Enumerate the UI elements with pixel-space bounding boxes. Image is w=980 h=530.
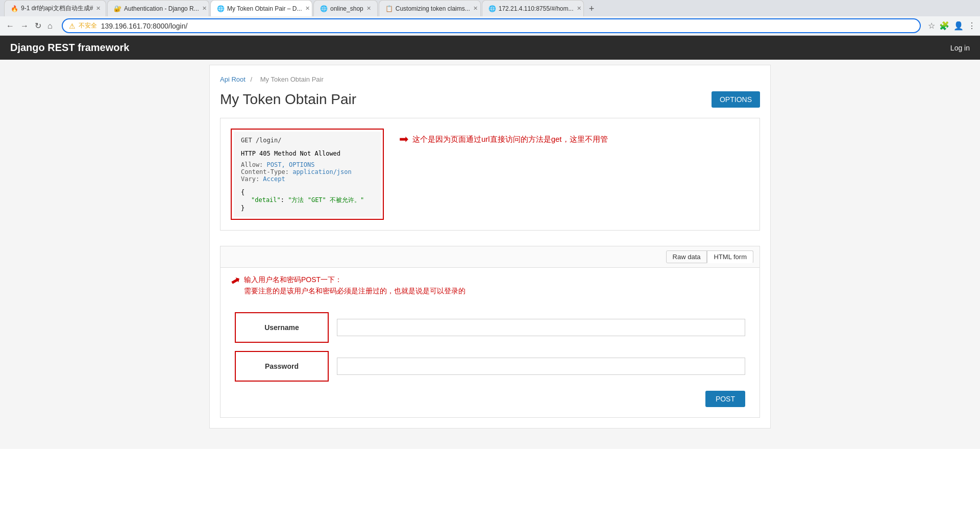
back-button[interactable]: ←: [4, 20, 16, 32]
code-allow-label: Allow:: [241, 161, 267, 168]
form-section: Raw data HTML form ➡ 输入用户名和密码POST一下： 需要注…: [220, 246, 760, 418]
code-vary-label: Vary:: [241, 175, 263, 183]
tab-close-1[interactable]: ✕: [96, 5, 101, 12]
form-table: Username Password: [231, 308, 749, 386]
annotation-arrow-icon-1: ➡: [399, 133, 408, 146]
code-json-close: }: [241, 205, 374, 212]
code-vary-value: Accept: [263, 175, 285, 183]
tab-close-5[interactable]: ✕: [473, 5, 478, 12]
annotation-line-2: 需要注意的是该用户名和密码必须是注册过的，也就是说是可以登录的: [244, 285, 465, 296]
toolbar-icons: ☆ 🧩 👤 ⋮: [928, 21, 976, 31]
breadcrumb-current: My Token Obtain Pair: [260, 75, 324, 83]
code-allow-line: Allow: POST, OPTIONS: [241, 161, 374, 168]
tab-online-shop[interactable]: 🌐 online_shop ✕: [313, 0, 378, 16]
tab-html-form[interactable]: HTML form: [707, 250, 753, 263]
refresh-button[interactable]: ↻: [33, 20, 43, 32]
tab-favicon-6: 🌐: [488, 5, 496, 12]
tab-favicon-2: 🔐: [114, 5, 121, 12]
login-button[interactable]: Log in: [950, 44, 970, 52]
tab-favicon-3: 🌐: [217, 5, 224, 12]
tab-token-obtain[interactable]: 🌐 My Token Obtain Pair – D... ✕: [210, 0, 312, 16]
forward-button[interactable]: →: [18, 20, 31, 32]
code-block-wrapper: GET /login/ HTTP 405 Method Not Allowed …: [231, 129, 384, 220]
code-allow-value: POST, OPTIONS: [267, 161, 315, 168]
username-label-box: Username: [235, 312, 329, 343]
tab-close-6[interactable]: ✕: [577, 5, 581, 12]
annotation-1: ➡ 这个是因为页面通过url直接访问的方法是get，这里不用管: [399, 129, 608, 146]
tab-customizing[interactable]: 📋 Customizing token claims... ✕: [379, 0, 481, 16]
breadcrumb-separator: /: [251, 75, 253, 83]
username-input[interactable]: [337, 319, 745, 336]
address-bar[interactable]: ⚠ 不安全 139.196.161.70:8000/login/: [62, 18, 921, 33]
code-vary-line: Vary: Accept: [241, 175, 374, 183]
password-label: Password: [265, 362, 299, 370]
drf-content-wrapper: Api Root / My Token Obtain Pair My Token…: [209, 65, 771, 428]
tab-label-3: My Token Obtain Pair – D...: [227, 5, 302, 12]
drf-app: Django REST framework Log in Api Root / …: [0, 36, 980, 449]
tab-close-3[interactable]: ✕: [305, 5, 310, 12]
menu-icon[interactable]: ⋮: [968, 21, 976, 31]
code-json-detail: "detail": "方法 "GET" 不被允许。": [241, 196, 374, 205]
tab-label-6: 172.21.4.110:8755/#/hom...: [499, 5, 574, 12]
drf-brand: Django REST framework: [10, 42, 129, 54]
username-label: Username: [264, 323, 299, 332]
security-warning-icon: ⚠: [69, 22, 76, 30]
tab-favicon-1: 🔥: [11, 5, 18, 12]
html-form: Username Password: [220, 303, 760, 417]
code-get-text: GET /login/: [241, 137, 281, 144]
tab-label-4: online_shop: [330, 5, 363, 12]
code-detail-key: "detail": [251, 196, 281, 204]
annotation-2: ➡ 输入用户名和密码POST一下： 需要注意的是该用户名和密码必须是注册过的，也…: [220, 268, 760, 303]
username-row: Username: [231, 308, 749, 347]
browser-nav: ← → ↻ ⌂: [4, 20, 55, 32]
annotation-arrow-icon-2: ➡: [228, 272, 243, 289]
annotation-text-2: 输入用户名和密码POST一下： 需要注意的是该用户名和密码必须是注册过的，也就是…: [244, 274, 465, 297]
breadcrumb-root[interactable]: Api Root: [220, 75, 246, 83]
password-label-box: Password: [235, 351, 329, 382]
form-tabs: Raw data HTML form: [220, 246, 760, 268]
annotation-text-1: 这个是因为页面通过url直接访问的方法是get，这里不用管: [412, 134, 608, 145]
page-wrapper: 🔥 9-1 drf的api文档自动生成# ✕ 🔐 Authentication …: [0, 0, 980, 459]
address-bar-row: ← → ↻ ⌂ ⚠ 不安全 139.196.161.70:8000/login/…: [0, 16, 980, 35]
annotation-line-1: 输入用户名和密码POST一下：: [244, 274, 465, 285]
tab-close-2[interactable]: ✕: [202, 5, 207, 12]
tab-close-4[interactable]: ✕: [366, 5, 371, 12]
profile-icon[interactable]: 👤: [953, 21, 964, 31]
options-button[interactable]: OPTIONS: [712, 91, 760, 108]
password-input-cell: [333, 347, 749, 386]
code-status-text: HTTP 405 Method Not Allowed: [241, 150, 340, 157]
password-input[interactable]: [337, 358, 745, 375]
browser-chrome: 🔥 9-1 drf的api文档自动生成# ✕ 🔐 Authentication …: [0, 0, 980, 36]
username-label-cell: Username: [231, 308, 333, 347]
breadcrumb: Api Root / My Token Obtain Pair: [220, 75, 760, 83]
page-header: My Token Obtain Pair OPTIONS: [220, 91, 760, 108]
tab-label-5: Customizing token claims...: [396, 5, 470, 12]
tab-label-1: 9-1 drf的api文档自动生成#: [21, 4, 93, 13]
home-button[interactable]: ⌂: [45, 20, 55, 32]
drf-header: Django REST framework Log in: [0, 36, 980, 60]
page-title: My Token Obtain Pair: [220, 91, 356, 108]
code-ct-label: Content-Type:: [241, 168, 292, 175]
new-tab-button[interactable]: +: [585, 2, 599, 16]
code-section: GET /login/ HTTP 405 Method Not Allowed …: [220, 118, 760, 231]
tab-bar: 🔥 9-1 drf的api文档自动生成# ✕ 🔐 Authentication …: [0, 0, 980, 16]
tab-auth[interactable]: 🔐 Authentication - Django R... ✕: [107, 0, 209, 16]
tab-home[interactable]: 🌐 172.21.4.110:8755/#/hom... ✕: [482, 0, 584, 16]
code-json-open: {: [241, 189, 374, 196]
tab-favicon-5: 📋: [385, 5, 393, 12]
post-button[interactable]: POST: [705, 391, 745, 407]
tab-label-2: Authentication - Django R...: [124, 5, 199, 12]
tab-raw-data[interactable]: Raw data: [666, 250, 707, 263]
code-ct-value: application/json: [292, 168, 352, 175]
username-input-cell: [333, 308, 749, 347]
tab-favicon-4: 🌐: [320, 5, 327, 12]
password-row: Password: [231, 347, 749, 386]
code-block: GET /login/ HTTP 405 Method Not Allowed …: [234, 132, 381, 217]
extensions-icon[interactable]: 🧩: [939, 21, 949, 31]
tab-drf-api[interactable]: 🔥 9-1 drf的api文档自动生成# ✕: [4, 0, 106, 16]
bookmark-icon[interactable]: ☆: [928, 21, 935, 31]
security-warning-label: 不安全: [79, 21, 97, 30]
address-text[interactable]: 139.196.161.70:8000/login/: [101, 22, 914, 30]
code-content-type-line: Content-Type: application/json: [241, 168, 374, 175]
code-http-status: HTTP 405 Method Not Allowed: [241, 150, 374, 157]
